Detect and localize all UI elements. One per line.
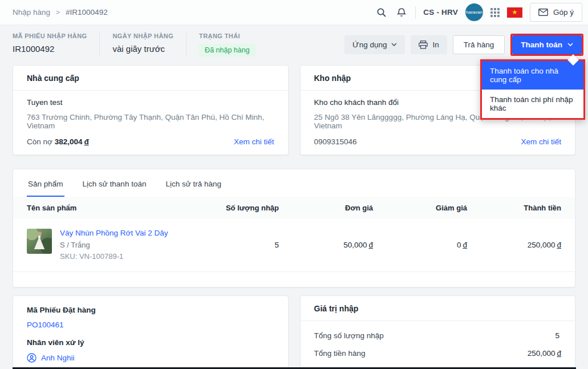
field-status: TRẠNG THÁI Đã nhập hàng <box>186 33 268 56</box>
supplier-card-title: Nhà cung cấp <box>13 66 288 91</box>
purchase-order-body: Mã Phiếu Đặt hàng PO100461 Nhân viên xử … <box>13 296 288 369</box>
payment-annotation-box: Thanh toán <box>510 34 583 56</box>
staff-name-link[interactable]: Anh Nghii <box>41 354 75 362</box>
header-fields: MÃ PHIẾU NHẬP HÀNG IR1000492 NGÀY NHẬP H… <box>13 33 268 56</box>
breadcrumb-separator-icon: > <box>56 9 60 17</box>
cell-quantity: 5 <box>202 241 279 249</box>
product-cell: Váy Nhún Phồng Rớt Vai 2 Dây S / Trắng S… <box>27 229 202 261</box>
account-label[interactable]: CS - HRV <box>423 8 458 17</box>
product-info: Váy Nhún Phồng Rớt Vai 2 Dây S / Trắng S… <box>60 229 168 261</box>
product-variant: S / Trắng <box>60 241 168 249</box>
vietnam-flag-icon[interactable]: ★ <box>507 7 522 18</box>
tabs: Sản phẩm Lịch sử thanh toán Lịch sử trả … <box>13 169 575 197</box>
totals-body: Tổng số lượng nhập 5 Tổng tiền hàng 250,… <box>301 321 575 369</box>
currency-symbol: đ <box>463 241 467 249</box>
apps-grid-icon[interactable] <box>490 8 500 17</box>
totals-row-subtotal: Tổng tiền hàng 250,000đ <box>314 344 562 362</box>
totals-row-quantity: Tổng số lượng nhập 5 <box>314 327 562 344</box>
avatar[interactable]: haravan <box>465 3 483 21</box>
envelope-icon <box>538 9 548 16</box>
chevron-down-icon <box>391 43 397 46</box>
receipt-date-value: vài giây trước <box>112 44 173 54</box>
products-table-header: Tên sản phẩm Số lượng nhập Đơn giá Giảm … <box>13 197 575 219</box>
table-footer-spacer <box>13 272 575 287</box>
breadcrumb-current: #IR1000492 <box>66 8 108 17</box>
col-product-name: Tên sản phẩm <box>27 204 202 212</box>
search-icon[interactable] <box>375 6 388 19</box>
payment-button-label: Thanh toán <box>521 40 562 49</box>
return-goods-label: Trả hàng <box>464 40 494 49</box>
purchase-order-card: Mã Phiếu Đặt hàng PO100461 Nhân viên xử … <box>13 295 289 369</box>
currency-symbol: đ <box>368 241 373 249</box>
cell-discount: 0đ <box>373 241 467 249</box>
col-unit-price: Đơn giá <box>279 204 373 212</box>
supplier-address: 763 Trường Chinh, Phường Tây Thạnh, Quận… <box>27 113 274 130</box>
product-image <box>27 229 52 254</box>
currency-symbol: đ <box>557 241 561 249</box>
warehouse-footer: 0909315046 Xem chi tiết <box>314 137 562 146</box>
breadcrumb: Nhập hàng > #IR1000492 <box>13 8 108 17</box>
tab-return-history[interactable]: Lịch sử trả hàng <box>164 171 222 197</box>
totals-card: Giá trị nhập Tổng số lượng nhập 5 Tổng t… <box>300 295 576 369</box>
field-label: TRẠNG THÁI <box>199 33 256 39</box>
bottom-row: Mã Phiếu Đặt hàng PO100461 Nhân viên xử … <box>13 295 575 369</box>
print-button-label: In <box>432 40 439 49</box>
cell-total: 250,000đ <box>467 241 561 249</box>
product-sku: SKU: VN-100789-1 <box>60 252 168 261</box>
field-label: NGÀY NHẬP HÀNG <box>112 33 173 39</box>
field-receipt-date: NGÀY NHẬP HÀNG vài giây trước <box>99 33 186 56</box>
receipt-code-value: IR1000492 <box>13 44 87 54</box>
tab-products[interactable]: Sản phẩm <box>27 171 64 197</box>
apps-button-label: Ứng dụng <box>352 40 387 49</box>
menu-item-pay-supplier[interactable]: Thanh toán cho nhà cung cấp <box>482 61 583 90</box>
warehouse-phone: 0909315046 <box>314 137 357 146</box>
field-label: MÃ PHIẾU NHẬP HÀNG <box>13 33 87 39</box>
cell-unit-price: 50,000đ <box>279 241 373 249</box>
print-button[interactable]: In <box>411 35 447 54</box>
products-card: Sản phẩm Lịch sử thanh toán Lịch sử trả … <box>13 169 575 287</box>
totals-card-title: Giá trị nhập <box>301 296 575 321</box>
menu-item-pay-other-costs[interactable]: Thanh toán chi phí nhập khác <box>482 90 583 118</box>
col-discount: Giảm giá <box>373 204 467 212</box>
topbar-divider <box>415 6 416 19</box>
apps-button[interactable]: Ứng dụng <box>344 35 405 54</box>
field-receipt-code: MÃ PHIẾU NHẬP HÀNG IR1000492 <box>13 33 99 56</box>
topbar: Nhập hàng > #IR1000492 CS - HRV haravan … <box>0 0 588 25</box>
debt-label: Còn nợ <box>27 137 52 146</box>
supplier-detail-link[interactable]: Xem chi tiết <box>234 137 274 146</box>
staff-line: Anh Nghii <box>27 353 274 363</box>
supplier-footer: Còn nợ 382,004đ Xem chi tiết <box>27 137 274 146</box>
payment-button[interactable]: Thanh toán <box>512 35 582 54</box>
col-quantity: Số lượng nhập <box>202 204 279 212</box>
product-name-link[interactable]: Váy Nhún Phồng Rớt Vai 2 Dây <box>60 229 168 237</box>
printer-icon <box>419 40 428 49</box>
feedback-button[interactable]: Góp ý <box>530 3 582 22</box>
staff-label: Nhân viên xử lý <box>27 338 274 347</box>
currency-symbol: đ <box>84 137 88 146</box>
header-actions: Ứng dụng In Trả hàng Thanh toán <box>344 34 583 56</box>
supplier-card: Nhà cung cấp Tuyen test 763 Trường Chinh… <box>13 65 289 155</box>
return-goods-button[interactable]: Trả hàng <box>453 35 505 54</box>
col-total: Thành tiền <box>467 204 561 212</box>
supplier-debt: Còn nợ 382,004đ <box>27 137 89 146</box>
supplier-card-body: Tuyen test 763 Trường Chinh, Phường Tây … <box>13 91 288 155</box>
chevron-down-icon <box>567 43 573 46</box>
breadcrumb-section[interactable]: Nhập hàng <box>13 8 50 17</box>
table-row: Váy Nhún Phồng Rớt Vai 2 Dây S / Trắng S… <box>13 219 575 272</box>
tab-payment-history[interactable]: Lịch sử thanh toán <box>82 171 148 197</box>
payment-dropdown: Thanh toán cho nhà cung cấp Thanh toán c… <box>480 59 585 120</box>
po-number-link[interactable]: PO100461 <box>27 321 64 329</box>
debt-amount: 382,004 <box>55 137 83 146</box>
feedback-label: Góp ý <box>553 8 574 17</box>
notifications-bell-icon[interactable] <box>395 6 408 19</box>
topbar-right: CS - HRV haravan ★ Góp ý <box>375 3 582 22</box>
status-badge: Đã nhập hàng <box>199 44 256 56</box>
currency-symbol: đ <box>557 349 561 358</box>
warehouse-detail-link[interactable]: Xem chi tiết <box>521 137 561 146</box>
person-icon <box>27 353 37 363</box>
po-label: Mã Phiếu Đặt hàng <box>27 306 274 314</box>
supplier-name: Tuyen test <box>27 98 274 107</box>
